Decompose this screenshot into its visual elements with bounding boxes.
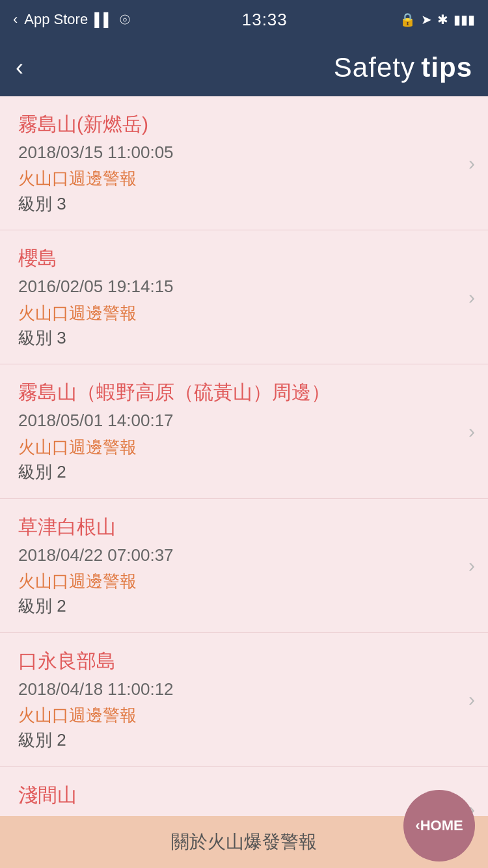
item-level: 級別 2 [18,594,449,617]
status-right: 🔒 ➤ ✱ ▮▮▮ [400,12,475,27]
item-alert-type: 火山口週邊警報 [18,703,449,727]
chevron-right-icon: › [468,420,475,442]
status-bar: ‹ App Store ▌▌ ⦾ 13:33 🔒 ➤ ✱ ▮▮▮ [0,0,488,39]
battery-icon: ▮▮▮ [454,12,475,27]
alert-list: 霧島山(新燃岳)2018/03/15 11:00:05火山口週邊警報級別 3›櫻… [0,96,488,868]
item-level: 級別 2 [18,460,449,483]
nav-bar: ‹ Safety tips [0,39,488,96]
item-level: 級別 2 [18,728,449,752]
back-button[interactable]: ‹ [16,54,23,81]
list-item[interactable]: 口永良部島2018/04/18 11:00:12火山口週邊警報級別 2› [0,633,488,767]
chevron-right-icon: › [468,152,475,174]
list-item[interactable]: 櫻島2016/02/05 19:14:15火山口週邊警報級別 3› [0,230,488,364]
item-level: 級別 3 [18,192,449,215]
item-date: 2018/05/01 14:00:17 [18,409,449,432]
back-chevron-icon: ‹ [13,11,18,28]
item-date: 2018/03/15 11:00:05 [18,141,449,164]
home-button[interactable]: ‹HOME [403,790,475,861]
item-date: 2018/04/18 11:00:12 [18,677,449,701]
nav-title: Safety tips [334,52,472,83]
nav-title-light: Safety [334,52,415,83]
item-alert-type: 火山口週邊警報 [18,569,449,593]
bluetooth-icon: ✱ [437,12,448,27]
wifi-icon: ⦾ [120,12,130,27]
carrier-label: App Store [24,11,88,28]
chevron-right-icon: › [468,688,475,711]
location-icon: ➤ [421,12,432,27]
chevron-right-icon: › [468,286,475,308]
item-volcano-name: 霧島山（蝦野高原（硫黃山）周邊） [18,379,449,406]
list-item[interactable]: 霧島山（蝦野高原（硫黃山）周邊）2018/05/01 14:00:17火山口週邊… [0,364,488,498]
item-volcano-name: 口永良部島 [18,647,449,675]
item-level: 級別 3 [18,326,449,349]
list-item[interactable]: 霧島山(新燃岳)2018/03/15 11:00:05火山口週邊警報級別 3› [0,96,488,230]
signal-icon: ▌▌ [94,12,113,27]
item-alert-type: 火山口週邊警報 [18,167,449,190]
status-time: 13:33 [242,10,288,30]
bottom-bar-label: 關於火山爆發警報 [171,830,317,854]
chevron-right-icon: › [468,554,475,576]
nav-title-bold: tips [421,52,472,83]
item-volcano-name: 淺間山 [18,781,449,809]
item-date: 2018/04/22 07:00:37 [18,543,449,567]
item-date: 2016/02/05 19:14:15 [18,275,449,298]
item-volcano-name: 草津白根山 [18,513,449,541]
item-alert-type: 火山口週邊警報 [18,435,449,459]
list-item[interactable]: 草津白根山2018/04/22 07:00:37火山口週邊警報級別 2› [0,499,488,633]
item-alert-type: 火山口週邊警報 [18,301,449,325]
lock-icon: 🔒 [400,12,416,27]
item-volcano-name: 霧島山(新燃岳) [18,111,449,138]
home-button-label: ‹HOME [415,817,463,834]
status-left: ‹ App Store ▌▌ ⦾ [13,11,130,28]
item-volcano-name: 櫻島 [18,245,449,272]
